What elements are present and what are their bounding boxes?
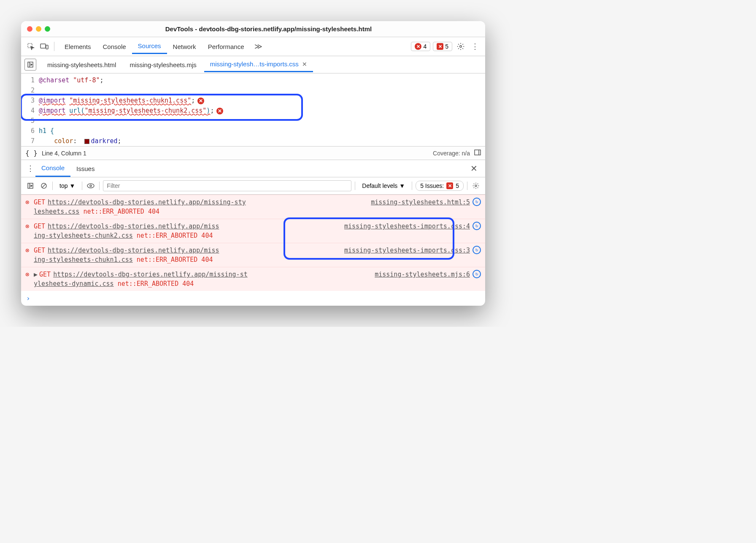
console-error-row[interactable]: ⊗ GEThttps://devtools-dbg-stories.netlif… [21,195,485,219]
line-number: 4 [21,106,35,116]
source-link[interactable]: missing-stylesheets.html:5 [371,198,470,216]
settings-button[interactable] [455,41,467,52]
http-method: GET [39,271,51,278]
drawer-tab-issues[interactable]: Issues [70,161,100,176]
log-levels-selector[interactable]: Default levels ▼ [359,181,408,190]
log-message: GEThttps://devtools-dbg-stories.netlify.… [34,222,344,240]
error-marker-icon[interactable]: ✕ [197,98,204,104]
close-drawer-button[interactable]: ✕ [467,162,481,175]
source-link[interactable]: missing-stylesheets-imports.css:4 [344,222,470,240]
error-icon: ⊗ [25,246,34,264]
maximize-window-button[interactable] [45,26,50,32]
log-message: GEThttps://devtools-dbg-stories.netlify.… [34,198,371,216]
token-fn: url( [69,107,84,114]
error-marker-icon[interactable]: ✕ [216,108,223,114]
line-number: 5 [21,116,35,126]
source-link[interactable]: missing-stylesheets.mjs:6 [375,270,470,288]
file-tab-html[interactable]: missing-stylesheets.html [41,58,122,72]
tab-console[interactable]: Console [97,40,132,54]
token-string: "missing-stylesheets-chukn1.css" [69,97,191,104]
device-toggle-icon[interactable] [39,41,50,52]
separator [412,182,412,190]
token-string: "utf-8" [73,76,100,84]
close-window-button[interactable] [27,26,32,32]
error-icon: ⊗ [25,222,34,240]
log-message: ▶GEThttps://devtools-dbg-stories.netlify… [34,270,375,288]
line-number: 6 [21,126,35,136]
console-sidebar-toggle-icon[interactable] [25,181,35,191]
log-url[interactable]: ylesheets-dynamic.css [34,280,114,288]
issues-summary-button[interactable]: 5 Issues: ✕ 5 [416,181,464,191]
error-icon: ⊗ [25,270,34,288]
svg-rect-5 [475,150,481,155]
log-url[interactable]: https://devtools-dbg-stories.netlify.app… [48,223,219,230]
svg-point-8 [87,184,94,188]
tab-network[interactable]: Network [167,40,202,54]
minimize-window-button[interactable] [36,26,41,32]
window-title: DevTools - devtools-dbg-stories.netlify.… [58,25,479,33]
reload-icon[interactable]: ↻ [472,222,481,230]
issue-count-badge[interactable]: ✕ 5 [433,42,452,51]
inspect-icon[interactable] [25,41,36,52]
drawer-menu-button[interactable]: ⋮ [25,163,35,174]
drawer-tabs: ⋮ Console Issues ✕ [21,160,485,177]
more-menu-button[interactable]: ⋮ [469,41,481,52]
separator [467,182,467,190]
log-url[interactable]: https://devtools-dbg-stories.netlify.app… [48,247,219,254]
line-number: 7 [21,136,35,146]
http-method: GET [34,247,45,254]
tab-performance[interactable]: Performance [202,40,250,54]
format-icon[interactable]: { } [25,149,38,157]
live-expression-icon[interactable] [86,181,96,191]
error-count-badge[interactable]: ✕ 4 [411,42,430,51]
navigator-toggle-icon[interactable] [24,59,36,71]
sidebar-toggle-icon[interactable] [474,149,481,157]
file-tab-css[interactable]: missing-stylesh…ts-imports.css ✕ [204,57,313,72]
token-property: color [54,137,73,145]
token-fn: ) [206,107,210,114]
console-settings-button[interactable] [471,180,481,192]
error-count: 4 [423,43,427,50]
console-error-row[interactable]: ⊗ GEThttps://devtools-dbg-stories.netlif… [21,219,485,243]
file-tab-mjs[interactable]: missing-stylesheets.mjs [124,58,202,72]
chevron-down-icon: ▼ [69,182,75,189]
tab-elements[interactable]: Elements [59,40,97,54]
log-url[interactable]: lesheets.css [34,208,79,215]
drawer-tab-console[interactable]: Console [35,160,70,177]
token-string: "missing-stylesheets-chunk2.css" [84,107,206,114]
expand-icon[interactable]: ▶ [34,271,38,278]
reload-icon[interactable]: ↻ [472,270,481,278]
log-error-code: net::ERR_ABORTED 404 [137,232,213,239]
filter-input[interactable] [103,180,351,191]
error-icon: ⊗ [25,198,34,216]
line-number: 3 [21,95,35,106]
status-badges: ✕ 4 ✕ 5 [411,42,452,51]
source-editor[interactable]: 1 2 3 4 5 6 7 @charset "utf-8"; @import … [21,73,485,146]
line-number: 2 [21,85,35,95]
log-url[interactable]: ing-stylesheets-chunk2.css [34,232,133,239]
more-tabs-button[interactable]: ≫ [250,39,267,54]
log-url[interactable]: https://devtools-dbg-stories.netlify.app… [48,198,246,206]
clear-console-icon[interactable] [39,181,49,191]
issues-label: 5 Issues: [420,182,444,189]
reload-icon[interactable]: ↻ [472,246,481,254]
context-label: top [59,182,68,189]
tab-sources[interactable]: Sources [132,39,167,54]
close-tab-icon[interactable]: ✕ [302,61,307,68]
issue-icon: ✕ [446,182,453,189]
levels-label: Default levels [362,182,397,189]
reload-icon[interactable]: ↻ [472,198,481,206]
source-link[interactable]: missing-stylesheets-imports.css:3 [344,246,470,264]
console-error-row[interactable]: ⊗ ▶GEThttps://devtools-dbg-stories.netli… [21,267,485,291]
panel-tabs: Elements Console Sources Network Perform… [59,39,408,54]
log-url[interactable]: https://devtools-dbg-stories.netlify.app… [53,271,248,278]
http-method: GET [34,198,45,206]
log-url[interactable]: ing-stylesheets-chukn1.css [34,256,133,263]
console-error-row[interactable]: ⊗ GEThttps://devtools-dbg-stories.netlif… [21,243,485,267]
context-selector[interactable]: top ▼ [56,181,78,190]
http-method: GET [34,223,45,230]
color-swatch[interactable] [84,139,89,144]
file-tab-label: missing-stylesheets.html [47,61,116,68]
console-prompt[interactable]: › [21,291,485,306]
code-area[interactable]: @charset "utf-8"; @import "missing-style… [39,75,485,146]
